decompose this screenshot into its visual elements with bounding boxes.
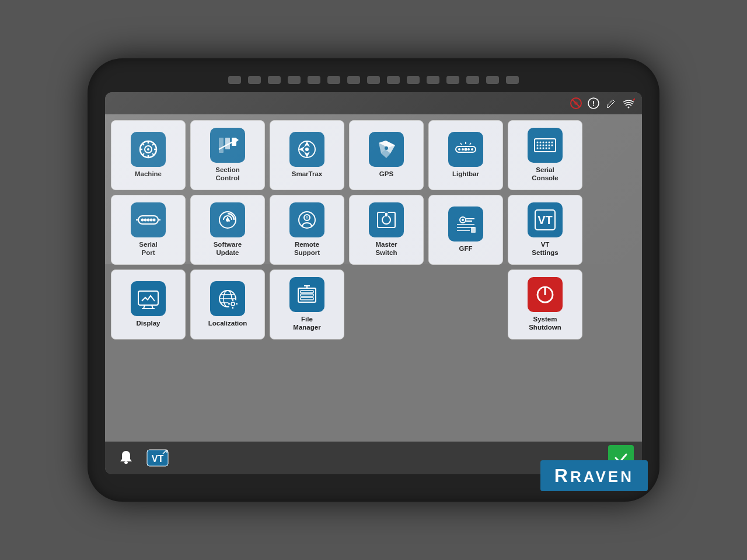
grid-row-1: Machine Sectio: [111, 120, 636, 190]
svg-line-18: [142, 153, 144, 155]
spacer-1: [349, 270, 424, 340]
tile-vt-settings[interactable]: VT VTSettings: [508, 195, 582, 265]
svg-line-15: [142, 144, 144, 145]
machine-label: Machine: [135, 170, 162, 178]
tile-gff[interactable]: GFF: [428, 195, 503, 265]
gff-icon: [448, 206, 483, 242]
svg-point-10: [147, 148, 149, 150]
svg-point-25: [385, 146, 388, 150]
svg-point-103: [124, 461, 128, 464]
svg-line-17: [152, 144, 154, 145]
file-manager-label: FileManager: [293, 316, 320, 332]
lightbar-icon: [448, 132, 483, 167]
tile-section-control[interactable]: SectionControl: [190, 120, 265, 190]
svg-point-58: [153, 219, 156, 222]
edit-icon: [605, 97, 617, 110]
svg-point-46: [549, 145, 550, 146]
tile-remote-support[interactable]: ! RemoteSupport: [270, 195, 344, 265]
svg-line-16: [152, 153, 154, 155]
svg-line-34: [470, 143, 471, 145]
tile-software-update[interactable]: SoftwareUpdate: [190, 195, 265, 265]
smartrax-icon: [289, 132, 324, 167]
wifi-signal-icon: [622, 97, 635, 110]
gps-label: GPS: [379, 170, 393, 178]
svg-point-45: [546, 145, 547, 146]
svg-rect-96: [301, 290, 313, 293]
section-control-label: SectionControl: [215, 166, 240, 183]
svg-point-37: [540, 142, 542, 144]
svg-rect-19: [219, 138, 224, 153]
svg-text:!: !: [306, 215, 308, 220]
svg-point-2: [574, 102, 578, 105]
tile-machine[interactable]: Machine: [111, 120, 186, 190]
tile-localization[interactable]: Localization: [190, 270, 265, 340]
gps-icon: [369, 132, 404, 167]
svg-point-24: [305, 148, 309, 151]
svg-rect-97: [301, 294, 313, 296]
tile-smartrax[interactable]: SmarTrax: [270, 120, 344, 190]
gps-error-icon: [570, 97, 582, 110]
tile-system-shutdown[interactable]: SystemShutdown: [508, 270, 582, 340]
main-grid: Machine Sectio: [105, 114, 642, 442]
svg-line-33: [460, 143, 462, 145]
svg-text:!: !: [592, 99, 595, 108]
svg-point-56: [147, 219, 150, 222]
localization-label: Localization: [208, 320, 247, 328]
serial-console-icon: [528, 128, 563, 163]
device-body: !: [88, 58, 659, 502]
tile-gps[interactable]: GPS: [349, 120, 424, 190]
tile-display[interactable]: Display: [111, 270, 186, 340]
file-manager-icon: [289, 277, 324, 312]
svg-point-41: [551, 142, 553, 144]
svg-point-54: [141, 219, 144, 222]
serial-port-label: SerialPort: [139, 241, 157, 257]
svg-point-51: [546, 148, 547, 149]
svg-point-49: [540, 148, 542, 149]
software-update-label: SoftwareUpdate: [214, 241, 242, 257]
machine-icon: [131, 132, 166, 167]
serial-console-label: SerialConsole: [532, 166, 558, 183]
svg-point-36: [537, 142, 539, 144]
smartrax-label: SmarTrax: [292, 170, 322, 178]
tile-serial-port[interactable]: SerialPort: [111, 195, 186, 265]
display-icon: [131, 281, 166, 316]
svg-point-40: [549, 142, 550, 144]
svg-point-71: [462, 219, 464, 221]
grid-row-2: SerialPort Sof: [111, 195, 636, 265]
svg-marker-22: [236, 138, 239, 142]
tile-lightbar[interactable]: Lightbar: [428, 120, 503, 190]
svg-point-42: [537, 145, 539, 146]
tile-master-switch[interactable]: MasterSwitch: [349, 195, 424, 265]
warning-icon: !: [587, 97, 600, 110]
svg-text:VT: VT: [537, 214, 553, 226]
notifications-button[interactable]: [113, 445, 139, 471]
localization-icon: [210, 281, 245, 316]
system-shutdown-label: SystemShutdown: [529, 316, 561, 332]
remote-support-icon: !: [289, 202, 324, 237]
svg-point-27: [458, 148, 460, 150]
grid-row-3: Display: [111, 270, 636, 340]
svg-line-7: [633, 99, 635, 100]
section-control-icon: [210, 128, 245, 163]
top-indicator-dots: [105, 76, 642, 84]
software-update-icon: [210, 202, 245, 237]
svg-rect-69: [385, 213, 388, 216]
svg-point-47: [551, 145, 553, 146]
spacer-2: [428, 270, 503, 340]
svg-point-31: [471, 148, 473, 150]
vt-settings-label: VTSettings: [532, 241, 558, 257]
system-shutdown-icon: [528, 277, 563, 312]
raven-logo: RRAVEN: [540, 460, 648, 491]
svg-point-57: [150, 219, 153, 222]
serial-port-icon: [131, 202, 166, 237]
master-switch-icon: [369, 202, 404, 237]
tile-file-manager[interactable]: FileManager: [270, 270, 344, 340]
master-switch-label: MasterSwitch: [375, 241, 397, 257]
tile-serial-console[interactable]: SerialConsole: [508, 120, 582, 190]
svg-point-44: [543, 145, 544, 146]
svg-point-67: [382, 216, 390, 224]
vt-button[interactable]: VT: [145, 445, 170, 471]
svg-point-39: [546, 142, 547, 144]
svg-point-28: [462, 148, 464, 150]
top-status-bar: !: [105, 92, 642, 114]
